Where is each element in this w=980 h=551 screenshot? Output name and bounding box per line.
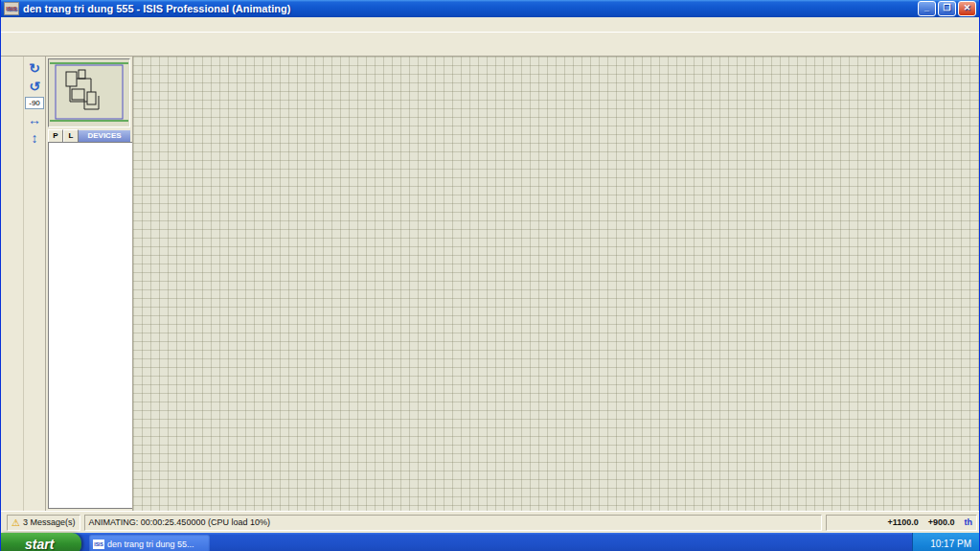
rotate-clockwise-icon[interactable]: ↻	[27, 60, 43, 76]
orientation-toolbar: ↻ ↺ ↔ ↕	[24, 57, 46, 511]
rotation-angle-input[interactable]	[25, 97, 44, 109]
status-bar: ⚠ 3 Message(s) ANIMATING: 00:00:25.45000…	[1, 511, 979, 533]
window-title: den trang tri dung 555 - ISIS Profession…	[23, 3, 914, 14]
rotate-anticlockwise-icon[interactable]: ↺	[27, 79, 43, 94]
coord-units: th	[965, 517, 973, 527]
restore-button[interactable]: ❐	[938, 1, 956, 16]
menu-bar	[1, 17, 979, 33]
task-label: den trang tri dung 55...	[107, 540, 194, 549]
library-manager-button[interactable]: L	[63, 129, 79, 143]
isis-task-icon: ISIS	[93, 540, 104, 549]
schematic-canvas[interactable]	[133, 57, 979, 511]
device-list	[48, 142, 132, 509]
taskbar-task-button[interactable]: ISIS den trang tri dung 55...	[89, 535, 210, 551]
windows-taskbar: start ISIS den trang tri dung 55... 10:1…	[1, 533, 979, 551]
object-selector-panel: P L DEVICES	[46, 57, 133, 511]
animating-status-field: ANIMATING: 00:00:25.450000 (CPU load 10%…	[84, 515, 823, 531]
devices-header: DEVICES	[79, 130, 130, 142]
coordinate-field: +1100.0 +900.0 th	[826, 515, 977, 531]
schematic-overview[interactable]	[48, 58, 130, 127]
mirror-vertical-icon[interactable]: ↕	[27, 130, 43, 146]
system-tray: 10:17 PM	[912, 533, 979, 551]
start-label: start	[25, 537, 54, 551]
message-field[interactable]: ⚠ 3 Message(s)	[7, 515, 80, 531]
overview-schematic	[49, 59, 129, 125]
mirror-horizontal-icon[interactable]: ↔	[27, 112, 43, 127]
mode-toolbar	[1, 57, 24, 511]
warning-icon: ⚠	[11, 517, 20, 528]
app-icon: ISIS	[4, 2, 19, 15]
windows-flag-icon	[9, 537, 21, 550]
coord-y: +900.0	[928, 517, 955, 527]
coord-x: +1100.0	[887, 517, 918, 527]
pick-devices-button[interactable]: P	[48, 129, 63, 143]
title-bar: ISIS den trang tri dung 555 - ISIS Profe…	[1, 0, 979, 17]
close-button[interactable]: ✕	[958, 1, 976, 16]
start-button[interactable]: start	[1, 533, 81, 551]
taskbar-clock: 10:17 PM	[926, 539, 971, 549]
message-count: 3 Message(s)	[23, 517, 76, 527]
animating-status: ANIMATING: 00:00:25.450000 (CPU load 10%…	[89, 517, 270, 527]
main-toolbar	[1, 33, 979, 57]
minimize-button[interactable]: _	[918, 1, 936, 16]
